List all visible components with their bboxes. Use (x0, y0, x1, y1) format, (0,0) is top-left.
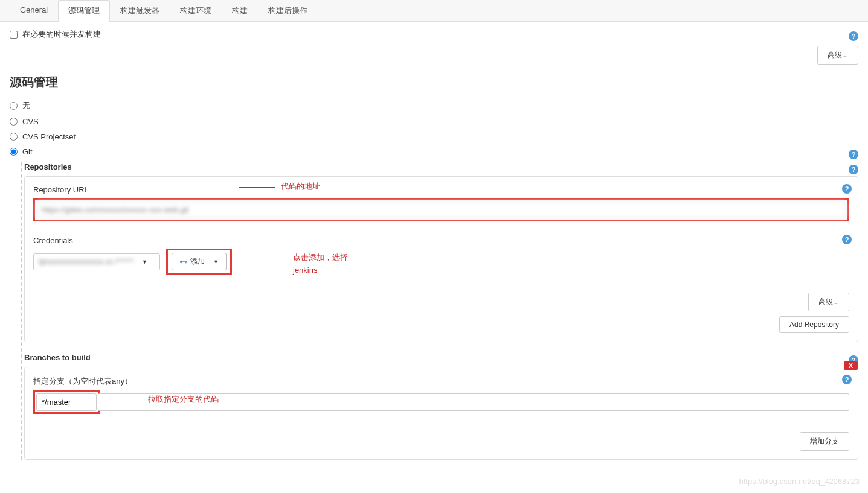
radio-none-label: 无 (22, 100, 30, 111)
credentials-select[interactable]: lijinxxxxxxxxxxxxxxx.xx /****** ▼ (33, 253, 160, 270)
advanced-button-repo[interactable]: 高级... (808, 293, 849, 311)
help-icon[interactable]: ? (849, 31, 858, 41)
branch-field-label: 指定分支（为空时代表any） (33, 377, 132, 386)
help-icon[interactable]: ? (849, 165, 858, 174)
advanced-button[interactable]: 高级... (817, 46, 858, 65)
radio-git[interactable] (10, 148, 18, 156)
annotation-cred-2: jenkins (293, 266, 317, 275)
tab-env[interactable]: 构建环境 (170, 0, 222, 21)
tab-general[interactable]: General (10, 0, 58, 21)
credentials-label: Credentials (33, 236, 73, 245)
radio-cvs[interactable] (10, 118, 18, 126)
radio-cvsproj-label: CVS Projectset (22, 132, 76, 141)
annotation-repo-url: 代码的地址 (281, 181, 320, 192)
add-branch-button[interactable]: 增加分支 (800, 432, 849, 451)
chevron-down-icon: ▼ (142, 259, 147, 265)
credentials-value: lijinxxxxxxxxxxxxxxx.xx /****** (39, 258, 133, 266)
tab-build[interactable]: 构建 (222, 0, 258, 21)
branch-specifier-input[interactable] (36, 393, 97, 411)
radio-none[interactable] (10, 102, 18, 110)
help-icon[interactable]: ? (842, 184, 852, 194)
radio-cvs-label: CVS (22, 117, 39, 126)
annotation-branch: 拉取指定分支的代码 (148, 394, 219, 405)
help-icon[interactable]: ? (842, 375, 852, 384)
help-icon[interactable]: ? (842, 235, 852, 244)
repo-url-input[interactable] (36, 201, 846, 218)
svg-rect-2 (185, 261, 187, 263)
add-repository-button[interactable]: Add Repository (779, 316, 849, 333)
config-tabs: General 源码管理 构建触发器 构建环境 构建 构建后操作 (0, 0, 868, 22)
tab-post[interactable]: 构建后操作 (258, 0, 318, 21)
key-icon (179, 259, 188, 264)
chevron-down-icon: ▼ (213, 259, 219, 265)
section-title-scm: 源码管理 (10, 74, 858, 91)
help-icon[interactable]: ? (849, 150, 858, 159)
concurrent-build-checkbox[interactable] (10, 31, 18, 39)
radio-git-label: Git (22, 147, 33, 156)
branches-panel: X 指定分支（为空时代表any） ? 拉取指定分支的代码 增加分支 (24, 367, 858, 460)
branches-label: Branches to build (24, 353, 91, 362)
add-credentials-label: 添加 (190, 256, 205, 267)
repositories-panel: Repository URL ? 代码的地址 Credentials ? lij… (24, 176, 858, 342)
annotation-cred-1: 点击添加，选择 (293, 252, 348, 263)
tab-triggers[interactable]: 构建触发器 (110, 0, 170, 21)
add-credentials-button[interactable]: 添加 ▼ (172, 253, 227, 270)
repositories-label: Repositories (24, 162, 72, 171)
concurrent-build-label: 在必要的时候并发构建 (22, 29, 101, 40)
delete-branch-button[interactable]: X (844, 361, 858, 370)
radio-cvsproj[interactable] (10, 133, 18, 141)
repo-url-label: Repository URL (33, 185, 89, 194)
tab-scm[interactable]: 源码管理 (58, 0, 110, 22)
